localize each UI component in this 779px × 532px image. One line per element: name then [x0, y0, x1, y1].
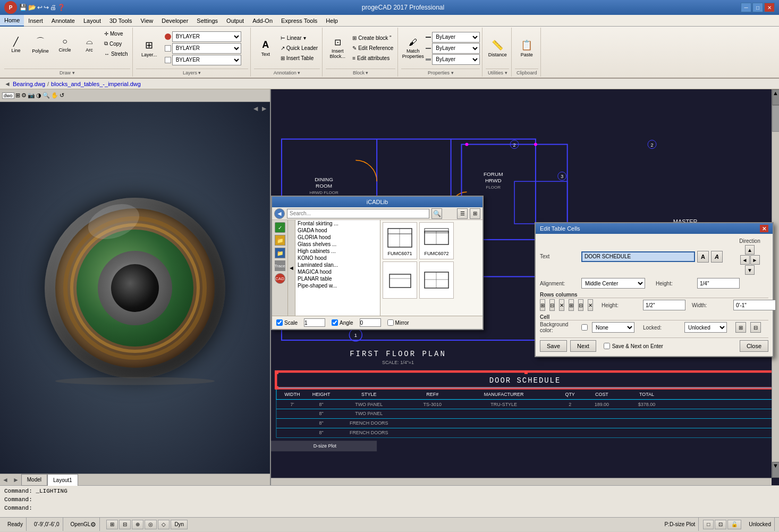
bold-btn[interactable]: A: [697, 251, 709, 263]
tab-model[interactable]: Model: [21, 474, 47, 486]
tool-text[interactable]: A Text: [254, 35, 277, 62]
model-view-btn[interactable]: □: [703, 520, 714, 529]
save-next-checkbox[interactable]: [604, 343, 610, 349]
breadcrumb-file2[interactable]: blocks_and_tables_-_imperial.dwg: [51, 81, 141, 87]
viewport-camera[interactable]: 📷: [28, 92, 35, 99]
lock-btn[interactable]: 🔓: [727, 520, 741, 529]
paper-size[interactable]: P:D-size Plot: [661, 518, 699, 531]
menu-layout[interactable]: Layout: [79, 15, 105, 27]
tool-edit-reference[interactable]: ✎ Edit Reference: [350, 44, 395, 53]
add-col-right-btn[interactable]: ⊟: [578, 299, 583, 311]
tool-create-block[interactable]: ⊞ Create block ": [350, 33, 395, 43]
tool-paste[interactable]: 📋 Paste: [515, 35, 538, 62]
tool-quick-leader[interactable]: ↗ Quick Leader: [278, 44, 320, 53]
layers-button[interactable]: ⊞ Layer...: [136, 35, 163, 62]
viewport-orbit[interactable]: ↺: [60, 92, 64, 99]
icadlib-list-view-btn[interactable]: ☰: [457, 208, 468, 219]
list-item[interactable]: MAGICA hood: [295, 268, 380, 275]
ortho-btn[interactable]: ⊕: [132, 520, 143, 529]
tool-edit-attributes[interactable]: ≡ Edit attributes: [350, 54, 395, 63]
pan-left-icon[interactable]: ◄: [252, 104, 259, 113]
tool-line[interactable]: ╱ Line: [4, 29, 28, 61]
icadlib-grid-view-btn[interactable]: ⊞: [470, 208, 480, 219]
bg-color-select[interactable]: None: [592, 322, 634, 333]
nav-arrow[interactable]: ◄: [4, 80, 11, 88]
icadlib-folder-btn[interactable]: 📁: [275, 235, 285, 246]
text-input[interactable]: [581, 251, 695, 262]
tool-insert-table[interactable]: ⊞ Insert Table: [278, 54, 320, 63]
tool-move[interactable]: ✛ Move: [102, 29, 130, 38]
layer-lineweight-dropdown[interactable]: BYLAYER: [172, 55, 241, 65]
tool-insert-block[interactable]: ⊡ InsertBlock...: [326, 35, 349, 62]
scale-checkbox[interactable]: [276, 319, 283, 326]
dialog-close-button[interactable]: ✕: [760, 225, 768, 232]
viewport-shade[interactable]: ◑: [36, 92, 41, 99]
dir-right-btn[interactable]: ►: [750, 255, 760, 265]
list-item[interactable]: Pipe-shaped w...: [295, 282, 380, 289]
open-icon[interactable]: 📂: [28, 4, 36, 11]
properties-dropdown2[interactable]: ByLayer: [432, 43, 480, 54]
bg-color-checkbox[interactable]: [581, 324, 588, 331]
tab-layout1[interactable]: Layout1: [47, 474, 78, 486]
menu-output[interactable]: Output: [222, 15, 248, 27]
tab-nav-right[interactable]: ►: [11, 476, 21, 484]
delete-row-btn[interactable]: ✕: [559, 299, 564, 311]
list-item[interactable]: Glass shelves ...: [295, 241, 380, 248]
icadlib-search-btn[interactable]: 🔍: [431, 208, 442, 219]
preview-item[interactable]: FUMC6072: [419, 222, 454, 259]
preview-item[interactable]: [383, 261, 417, 299]
save-icon[interactable]: 💾: [19, 4, 27, 11]
command-input[interactable]: [32, 505, 139, 511]
maximize-button[interactable]: □: [752, 3, 763, 12]
menu-annotate[interactable]: Annotate: [47, 15, 79, 27]
pan-right-icon[interactable]: ►: [260, 104, 268, 113]
icadlib-brand-btn[interactable]: CAD: [275, 273, 285, 284]
viewport-restore[interactable]: ⊞: [15, 92, 20, 99]
menu-view[interactable]: View: [137, 15, 158, 27]
add-row-below-btn[interactable]: ⊟: [549, 299, 555, 311]
viewport-pan[interactable]: ✋: [51, 92, 58, 99]
angle-checkbox[interactable]: [332, 319, 338, 326]
dir-down-btn[interactable]: ▼: [745, 265, 755, 275]
menu-help[interactable]: Help: [321, 15, 342, 27]
viewport-3d[interactable]: ◄ ►: [0, 102, 270, 474]
icadlib-checkmark-btn[interactable]: ✓: [275, 222, 285, 233]
close-button[interactable]: Close: [740, 340, 768, 352]
icadlib-trace-btn[interactable]: Trace: [275, 260, 285, 271]
polar-btn[interactable]: ◎: [145, 520, 157, 529]
dir-left-btn[interactable]: ◄: [740, 255, 750, 265]
icadlib-folder2-btn[interactable]: 📁: [275, 248, 285, 258]
properties-dropdown1[interactable]: ByLayer: [432, 32, 480, 43]
menu-3dtools[interactable]: 3D Tools: [105, 15, 137, 27]
tool-arc[interactable]: ⌓ Arc: [78, 29, 101, 61]
preview-item[interactable]: [419, 261, 454, 299]
help-icon[interactable]: ❓: [57, 4, 65, 11]
menu-home[interactable]: Home: [0, 15, 24, 27]
cell-unmerge-btn[interactable]: ⊟: [750, 322, 761, 333]
mirror-checkbox[interactable]: [387, 319, 394, 326]
width-input[interactable]: [733, 300, 776, 310]
tool-distance[interactable]: 📏 Distance: [486, 35, 509, 62]
print-icon[interactable]: 🖨: [50, 4, 56, 11]
dyn-btn[interactable]: Dyn: [171, 520, 188, 529]
angle-input[interactable]: [360, 318, 381, 327]
locked-select[interactable]: Unlocked: [684, 322, 727, 333]
layer-color-dropdown1[interactable]: BYLAYER: [172, 31, 241, 42]
dir-up-btn[interactable]: ▲: [745, 245, 755, 255]
osnap-btn[interactable]: ◇: [158, 520, 170, 529]
list-item[interactable]: Frontal skirting ...: [295, 220, 380, 227]
breadcrumb-file1[interactable]: Bearing.dwg: [13, 81, 45, 87]
viewport-zoom[interactable]: 🔍: [43, 92, 50, 99]
tool-circle[interactable]: ○ Circle: [53, 29, 77, 61]
list-item[interactable]: KONO hood: [295, 255, 380, 261]
list-item[interactable]: Laminated slan...: [295, 261, 380, 268]
height2-input[interactable]: [643, 300, 685, 310]
right-panel[interactable]: DINING ROOM HRWD FLOOR FORUM HRWD FLOOR …: [271, 89, 779, 485]
delete-col-btn[interactable]: ✕: [588, 299, 593, 311]
command-prompt[interactable]: Command:: [4, 504, 775, 512]
tool-copy[interactable]: ⧉ Copy: [102, 39, 130, 48]
height-input[interactable]: [697, 278, 740, 289]
italic-btn[interactable]: A: [711, 251, 723, 263]
list-item[interactable]: High cabinets ...: [295, 248, 380, 255]
menu-settings[interactable]: Settings: [192, 15, 222, 27]
